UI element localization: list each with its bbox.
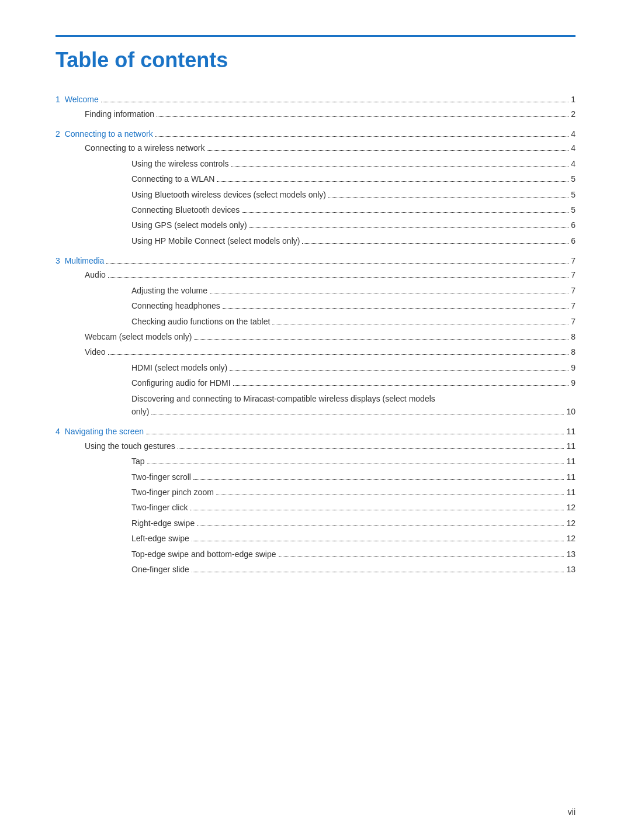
tap-page: 11 — [566, 455, 575, 468]
wireless-network-label: Connecting to a wireless network — [85, 141, 204, 154]
wireless-controls-page: 4 — [571, 157, 575, 170]
toc-entry-bt-connect[interactable]: Connecting Bluetooth devices 5 — [56, 203, 575, 216]
toc-entry-two-click[interactable]: Two-finger click 12 — [56, 501, 575, 514]
touch-gestures-dots — [178, 448, 564, 449]
miracast-label-line1: Discovering and connecting to Miracast-c… — [131, 394, 435, 403]
bt-wireless-dots — [328, 197, 568, 198]
right-edge-dots — [197, 526, 564, 526]
toc-entry-ch4[interactable]: 4 Navigating the screen 11 — [56, 425, 575, 438]
video-page: 8 — [571, 345, 575, 358]
toc-entry-hdmi[interactable]: HDMI (select models only) 9 — [56, 361, 575, 374]
miracast-page: 10 — [566, 405, 575, 418]
finding-page: 2 — [571, 108, 575, 120]
ch3-page: 7 — [571, 254, 575, 267]
toc-entry-webcam[interactable]: Webcam (select models only) 8 — [56, 330, 575, 343]
audio-dots — [108, 277, 568, 278]
ch1-label[interactable]: Welcome — [65, 95, 99, 104]
ch3-number: 3 — [56, 256, 60, 265]
headphones-page: 7 — [571, 299, 575, 312]
wlan-dots — [217, 181, 568, 182]
toc-entry-finding[interactable]: Finding information 2 — [56, 108, 575, 120]
two-scroll-label: Two-finger scroll — [131, 471, 191, 483]
ch4-dots — [146, 434, 564, 434]
touch-gestures-label: Using the touch gestures — [85, 440, 175, 452]
mobile-connect-page: 6 — [571, 234, 575, 247]
mobile-connect-dots — [302, 243, 568, 244]
ch4-label[interactable]: Navigating the screen — [65, 427, 144, 436]
ch2-dots — [155, 136, 569, 137]
top-bottom-dots — [279, 556, 564, 557]
ch4-number: 4 — [56, 427, 60, 436]
touch-gestures-page: 11 — [566, 440, 575, 452]
page-title: Table of contents — [56, 47, 575, 72]
hdmi-label: HDMI (select models only) — [131, 361, 227, 374]
webcam-dots — [194, 339, 568, 340]
video-label: Video — [85, 345, 106, 358]
toc-entry-left-edge[interactable]: Left-edge swipe 12 — [56, 532, 575, 545]
headphones-label: Connecting headphones — [131, 299, 220, 312]
gps-dots — [249, 227, 569, 228]
two-pinch-label: Two-finger pinch zoom — [131, 486, 214, 499]
bt-wireless-label: Using Bluetooth wireless devices (select… — [131, 188, 326, 201]
check-audio-label: Checking audio functions on the tablet — [131, 315, 270, 328]
finding-dots — [157, 116, 568, 117]
toc-entry-wireless-controls[interactable]: Using the wireless controls 4 — [56, 157, 575, 170]
toc-entry-touch-gestures[interactable]: Using the touch gestures 11 — [56, 440, 575, 452]
one-finger-label: One-finger slide — [131, 563, 189, 576]
mobile-connect-label: Using HP Mobile Connect (select models o… — [131, 234, 300, 247]
ch2-page: 4 — [571, 127, 575, 140]
video-dots — [108, 354, 569, 355]
toc-entry-config-hdmi[interactable]: Configuring audio for HDMI 9 — [56, 376, 575, 389]
toc-entry-top-bottom[interactable]: Top-edge swipe and bottom-edge swipe 13 — [56, 548, 575, 561]
gps-page: 6 — [571, 219, 575, 231]
gps-label: Using GPS (select models only) — [131, 219, 247, 231]
toc-entry-volume[interactable]: Adjusting the volume 7 — [56, 284, 575, 297]
toc-entry-two-scroll[interactable]: Two-finger scroll 11 — [56, 471, 575, 483]
miracast-dots — [151, 414, 564, 414]
ch3-label[interactable]: Multimedia — [65, 256, 105, 265]
toc-entry-gps[interactable]: Using GPS (select models only) 6 — [56, 219, 575, 231]
bt-connect-dots — [242, 212, 568, 213]
right-edge-page: 12 — [566, 517, 575, 530]
toc-entry-check-audio[interactable]: Checking audio functions on the tablet 7 — [56, 315, 575, 328]
miracast-label-line2: only) — [131, 405, 149, 418]
wireless-controls-dots — [231, 166, 569, 167]
audio-page: 7 — [571, 268, 575, 281]
toc-entry-audio[interactable]: Audio 7 — [56, 268, 575, 281]
toc-entry-miracast[interactable]: Discovering and connecting to Miracast-c… — [56, 392, 575, 419]
right-edge-label: Right-edge swipe — [131, 517, 195, 530]
bt-wireless-page: 5 — [571, 188, 575, 201]
wireless-controls-label: Using the wireless controls — [131, 157, 229, 170]
toc-entry-headphones[interactable]: Connecting headphones 7 — [56, 299, 575, 312]
left-edge-dots — [192, 541, 564, 541]
toc-entry-wlan[interactable]: Connecting to a WLAN 5 — [56, 172, 575, 185]
ch2-number: 2 — [56, 129, 60, 139]
wlan-label: Connecting to a WLAN — [131, 172, 214, 185]
toc-entry-mobile-connect[interactable]: Using HP Mobile Connect (select models o… — [56, 234, 575, 247]
audio-label: Audio — [85, 268, 106, 281]
ch1-dots — [101, 102, 568, 102]
one-finger-dots — [192, 572, 564, 572]
toc-entry-one-finger[interactable]: One-finger slide 13 — [56, 563, 575, 576]
toc-entry-two-pinch[interactable]: Two-finger pinch zoom 11 — [56, 486, 575, 499]
check-audio-page: 7 — [571, 315, 575, 328]
toc-content: 1 Welcome 1 Finding information 2 2 Conn… — [56, 93, 575, 576]
toc-entry-ch2[interactable]: 2 Connecting to a network 4 — [56, 127, 575, 140]
headphones-dots — [223, 308, 568, 309]
toc-entry-wireless-network[interactable]: Connecting to a wireless network 4 — [56, 141, 575, 154]
two-click-label: Two-finger click — [131, 501, 188, 514]
toc-entry-right-edge[interactable]: Right-edge swipe 12 — [56, 517, 575, 530]
toc-entry-tap[interactable]: Tap 11 — [56, 455, 575, 468]
footer-page-number: vii — [568, 807, 575, 817]
two-pinch-dots — [216, 495, 564, 495]
ch4-page: 11 — [566, 425, 575, 438]
toc-entry-ch1[interactable]: 1 Welcome 1 — [56, 93, 575, 106]
volume-page: 7 — [571, 284, 575, 297]
wlan-page: 5 — [571, 172, 575, 185]
two-scroll-page: 11 — [566, 471, 575, 483]
toc-entry-ch3[interactable]: 3 Multimedia 7 — [56, 254, 575, 267]
toc-entry-bt-wireless[interactable]: Using Bluetooth wireless devices (select… — [56, 188, 575, 201]
toc-entry-video[interactable]: Video 8 — [56, 345, 575, 358]
config-hdmi-page: 9 — [571, 376, 575, 389]
ch2-label[interactable]: Connecting to a network — [65, 129, 153, 139]
